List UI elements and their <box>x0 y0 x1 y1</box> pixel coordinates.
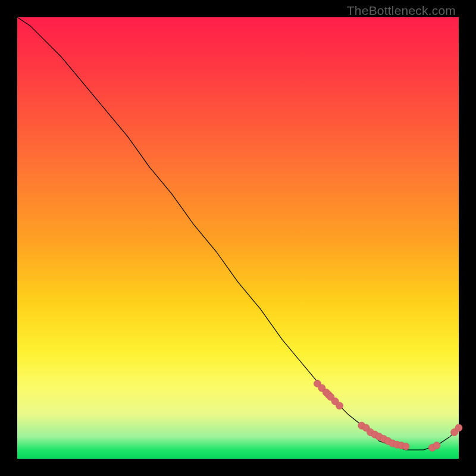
data-point <box>433 442 440 449</box>
chart-frame: TheBottleneck.com <box>0 0 476 476</box>
data-point <box>336 402 343 409</box>
chart-svg <box>17 17 459 459</box>
data-point <box>455 424 462 431</box>
data-point <box>402 443 409 450</box>
cluster-points <box>314 380 462 452</box>
watermark-text: TheBottleneck.com <box>347 4 456 18</box>
plot-area <box>17 17 459 459</box>
bottleneck-curve <box>17 17 459 450</box>
